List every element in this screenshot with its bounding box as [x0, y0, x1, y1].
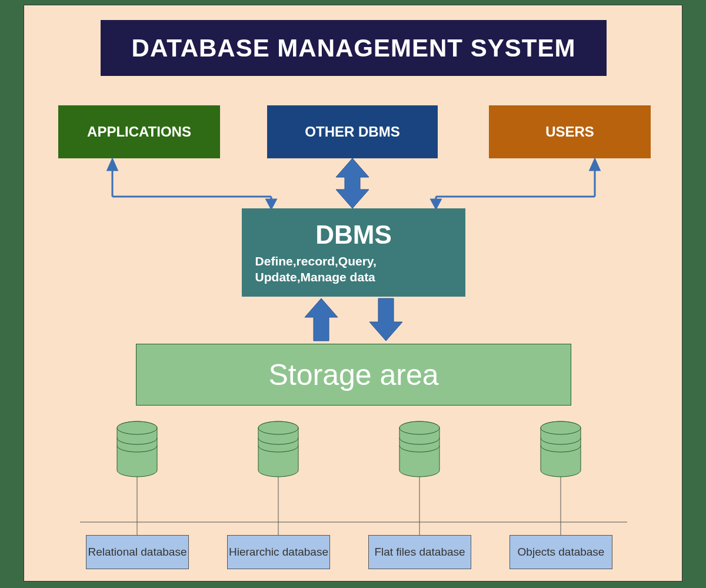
objects-db-label: Objects database: [509, 535, 612, 569]
db-cylinder-1: [117, 421, 157, 477]
other-dbms-box: OTHER DBMS: [267, 105, 438, 158]
svg-point-16: [258, 421, 298, 434]
users-label: USERS: [545, 124, 594, 140]
svg-point-15: [258, 421, 298, 434]
svg-marker-12: [369, 298, 402, 341]
storage-area-box: Storage area: [136, 344, 571, 406]
svg-marker-10: [336, 158, 369, 208]
dbms-box: DBMS Define,record,Query, Update,Manage …: [242, 208, 465, 297]
flatfiles-db-label: Flat files database: [368, 535, 471, 569]
dbms-subtitle: Define,record,Query, Update,Manage data: [247, 253, 461, 285]
svg-point-19: [541, 421, 581, 434]
svg-point-13: [117, 421, 157, 434]
svg-marker-3: [108, 160, 117, 170]
other-dbms-label: OTHER DBMS: [305, 124, 399, 140]
db-cylinder-2: [258, 421, 298, 477]
diagram-canvas: DATABASE MANAGEMENT SYSTEM APPLICATIONS …: [24, 5, 682, 582]
other-dbms-double-arrow-icon: [336, 158, 369, 208]
title-text: DATABASE MANAGEMENT SYSTEM: [132, 34, 576, 62]
storage-label: Storage area: [268, 358, 438, 392]
applications-label: APPLICATIONS: [87, 124, 191, 140]
title-banner: DATABASE MANAGEMENT SYSTEM: [101, 20, 607, 76]
svg-point-14: [117, 421, 157, 434]
applications-connector: [108, 160, 276, 208]
svg-marker-4: [267, 200, 276, 208]
users-connector: [431, 160, 600, 208]
dbms-storage-down-arrow-icon: [369, 298, 402, 341]
db-cylinder-4: [541, 421, 581, 477]
svg-marker-9: [431, 200, 441, 208]
svg-marker-8: [590, 160, 600, 170]
svg-point-18: [399, 421, 439, 434]
svg-point-17: [399, 421, 439, 434]
db-cylinder-3: [399, 421, 439, 477]
hierarchic-db-label: Hierarchic database: [227, 535, 330, 569]
dbms-title: DBMS: [315, 220, 392, 250]
svg-marker-11: [305, 298, 338, 341]
users-box: USERS: [489, 105, 651, 158]
svg-point-20: [541, 421, 581, 434]
dbms-storage-up-arrow-icon: [305, 298, 338, 341]
relational-db-label: Relational database: [86, 535, 189, 569]
applications-box: APPLICATIONS: [58, 105, 220, 158]
